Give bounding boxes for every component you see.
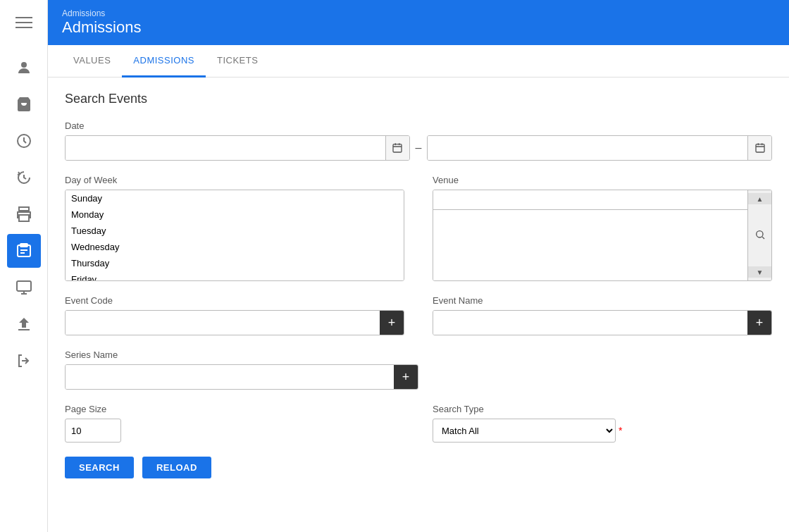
content-area: Search Events Date – <box>48 78 789 532</box>
required-indicator: * <box>619 425 622 436</box>
day-tuesday[interactable]: Tuesday <box>66 223 404 239</box>
badge-icon[interactable] <box>7 234 41 268</box>
day-friday[interactable]: Friday <box>66 271 404 281</box>
sidebar <box>0 0 48 532</box>
event-name-add-button[interactable]: + <box>747 311 771 335</box>
svg-rect-14 <box>18 329 30 330</box>
svg-rect-6 <box>19 215 29 221</box>
venue-label: Venue <box>433 175 772 185</box>
venue-wrap: ▲ ▼ <box>433 190 772 281</box>
search-type-wrap: Match All Match Any * <box>433 419 772 443</box>
svg-rect-0 <box>15 17 32 18</box>
event-name-input[interactable] <box>433 311 747 335</box>
history-icon[interactable] <box>7 161 41 194</box>
display-icon[interactable] <box>7 271 41 304</box>
upload-icon[interactable] <box>7 307 41 341</box>
tab-tickets[interactable]: TICKETS <box>206 45 269 78</box>
header: Admissions Admissions <box>48 0 789 45</box>
day-of-week-label: Day of Week <box>65 175 404 185</box>
series-name-wrap: + <box>65 364 418 390</box>
clock-icon[interactable] <box>7 124 41 158</box>
event-code-add-button[interactable]: + <box>380 311 404 335</box>
venue-scroll-down-button[interactable]: ▼ <box>748 266 771 278</box>
svg-rect-19 <box>756 144 764 152</box>
exit-icon[interactable] <box>7 344 41 378</box>
event-name-wrap: + <box>433 310 772 335</box>
cart-icon[interactable] <box>7 87 41 121</box>
page-title: Admissions <box>62 18 775 37</box>
date-start-input[interactable] <box>66 136 385 160</box>
user-icon[interactable] <box>7 51 41 85</box>
date-end-calendar-button[interactable] <box>747 136 771 160</box>
day-thursday[interactable]: Thursday <box>66 255 404 271</box>
event-code-label: Event Code <box>65 295 404 306</box>
svg-rect-11 <box>17 281 31 291</box>
venue-sidebar: ▲ ▼ <box>747 190 771 280</box>
event-code-wrap: + <box>65 310 404 335</box>
day-of-week-listbox[interactable]: Sunday Monday Tuesday Wednesday Thursday… <box>65 190 404 281</box>
main-area: Admissions Admissions VALUES ADMISSIONS … <box>48 0 789 532</box>
day-sunday[interactable]: Sunday <box>66 190 404 206</box>
date-label: Date <box>65 120 772 131</box>
date-separator: – <box>416 142 422 154</box>
venue-scroll-up-button[interactable]: ▲ <box>748 193 771 204</box>
venue-list-area[interactable] <box>433 210 747 280</box>
event-code-input[interactable] <box>66 311 380 335</box>
date-start-calendar-button[interactable] <box>385 136 409 160</box>
page-size-input[interactable]: 10 <box>65 419 121 443</box>
reload-button[interactable]: RELOAD <box>142 457 211 478</box>
date-end-wrap <box>427 135 772 161</box>
svg-point-3 <box>21 62 27 68</box>
venue-search-input[interactable] <box>433 190 747 210</box>
svg-rect-15 <box>393 144 402 152</box>
tab-bar: VALUES ADMISSIONS TICKETS <box>48 45 789 78</box>
day-wednesday[interactable]: Wednesday <box>66 239 404 255</box>
page-size-label: Page Size <box>65 404 404 414</box>
section-title: Search Events <box>65 92 772 106</box>
breadcrumb: Admissions <box>62 8 775 18</box>
venue-search-button[interactable] <box>752 226 769 245</box>
svg-rect-1 <box>15 22 32 23</box>
svg-point-23 <box>756 230 762 237</box>
tab-values[interactable]: VALUES <box>62 45 122 78</box>
print-icon[interactable] <box>7 197 41 231</box>
svg-rect-5 <box>19 207 29 211</box>
action-buttons: SEARCH RELOAD <box>65 457 772 478</box>
tab-admissions[interactable]: ADMISSIONS <box>122 45 206 78</box>
series-name-add-button[interactable]: + <box>394 365 418 389</box>
event-name-label: Event Name <box>433 295 772 306</box>
series-name-label: Series Name <box>65 349 418 360</box>
svg-line-24 <box>762 237 764 239</box>
day-monday[interactable]: Monday <box>66 206 404 223</box>
date-end-input[interactable] <box>428 136 747 160</box>
search-button[interactable]: SEARCH <box>65 457 134 478</box>
svg-rect-2 <box>15 27 32 28</box>
date-start-wrap <box>65 135 410 161</box>
menu-icon[interactable] <box>7 6 41 39</box>
search-type-select[interactable]: Match All Match Any <box>433 419 616 443</box>
series-name-input[interactable] <box>66 365 394 389</box>
search-type-label: Search Type <box>433 404 772 414</box>
